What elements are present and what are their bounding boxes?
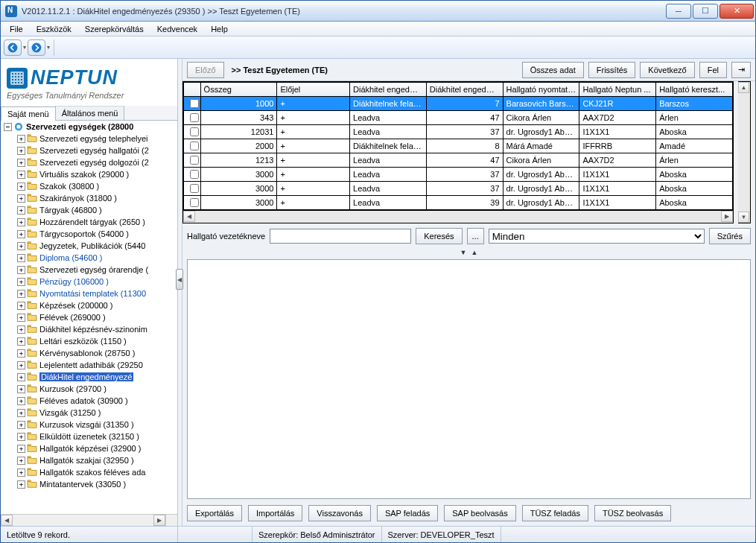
tree-item[interactable]: +Képzések (200000 ) <box>1 299 177 311</box>
expand-icon[interactable]: + <box>17 182 25 191</box>
filter-select[interactable]: Minden <box>489 229 705 244</box>
expand-icon[interactable]: + <box>17 230 25 238</box>
tree-item[interactable]: +Mintatantervek (33050 ) <box>1 478 177 490</box>
grid-header-cell[interactable]: Diákhitel engedm... <box>350 83 427 97</box>
close-button[interactable]: ✕ <box>720 4 754 19</box>
grid-vscrollbar[interactable]: ▲ ▼ <box>738 81 751 223</box>
tree-item[interactable]: +Szervezeti egység hallgatói (2 <box>1 145 177 156</box>
tree-item[interactable]: +Pénzügy (106000 ) <box>1 276 177 288</box>
import-button[interactable]: Importálás <box>248 505 302 521</box>
table-row[interactable]: 2000+Diákhitelnek feladva8Márá AmadéIFFR… <box>184 139 733 153</box>
tree-item[interactable]: +Virtuális szakok (29000 ) <box>1 168 177 180</box>
search-button[interactable]: Keresés <box>416 228 462 244</box>
tree-item[interactable]: +Kurzusok (29700 ) <box>1 383 177 395</box>
tab-own-menu[interactable]: Saját menü <box>1 107 56 121</box>
nav-back-button[interactable] <box>4 39 22 56</box>
grid-scroll-down[interactable]: ▼ <box>738 212 749 223</box>
expand-icon[interactable]: + <box>17 302 25 310</box>
tree-item[interactable]: +Diploma (54600 ) <box>1 252 177 264</box>
row-checkbox[interactable] <box>190 127 199 136</box>
collapse-icon[interactable]: − <box>4 123 12 131</box>
table-row[interactable]: 3000+Leadva37dr. Ugrosdy1 AboskaI1X1X1Ab… <box>184 168 733 182</box>
table-row[interactable]: 1000+Diákhitelnek feladva7Barasovich Bar… <box>184 97 733 111</box>
filter-button[interactable]: Szűrés <box>709 228 751 244</box>
expand-icon[interactable]: + <box>17 421 25 429</box>
tree-root[interactable]: −Szervezeti egységek (28000 <box>1 121 177 133</box>
expand-icon[interactable]: + <box>17 159 25 167</box>
expand-icon[interactable]: + <box>17 135 25 143</box>
tree-view[interactable]: −Szervezeti egységek (28000+Szervezeti e… <box>1 121 177 526</box>
menu-roleswitch[interactable]: Szerepkörváltás <box>79 23 150 35</box>
tree-item[interactable]: +Lejelentett adathibák (29250 <box>1 359 177 371</box>
tree-item[interactable]: +Szervezeti egység órarendje ( <box>1 264 177 276</box>
tree-item[interactable]: +Diákhitel képzésnév-szinonim <box>1 323 177 335</box>
expand-icon[interactable]: + <box>17 314 25 322</box>
prev-button[interactable]: Előző <box>187 62 224 78</box>
grid-scroll-up[interactable]: ▲ <box>738 82 749 93</box>
grid-header-cell[interactable]: Összeg <box>200 83 277 97</box>
expand-icon[interactable]: + <box>17 242 25 250</box>
row-checkbox[interactable] <box>190 198 199 207</box>
expand-icon[interactable]: + <box>17 278 25 286</box>
grid-header-cell[interactable]: Hallgató kereszt... <box>656 83 733 97</box>
expand-icon[interactable]: + <box>17 385 25 393</box>
grid-header-cell[interactable] <box>184 83 201 97</box>
menu-help[interactable]: Help <box>205 23 234 35</box>
expand-icon[interactable]: + <box>17 397 25 405</box>
expand-icon[interactable]: + <box>17 147 25 155</box>
tree-item[interactable]: +Szakirányok (31800 ) <box>1 192 177 204</box>
tree-item[interactable]: +Tárgycsoportok (54000 ) <box>1 228 177 240</box>
tree-item[interactable]: +Leltári eszközök (1150 ) <box>1 335 177 347</box>
row-checkbox[interactable] <box>190 113 199 122</box>
expand-handles[interactable]: ▼ ▲ <box>182 249 755 259</box>
all-data-button[interactable]: Összes adat <box>522 62 584 78</box>
pin-button[interactable]: ⇥ <box>731 62 751 78</box>
row-checkbox[interactable] <box>190 184 199 193</box>
tusz-read-button[interactable]: TÜSZ beolvasás <box>594 505 671 521</box>
expand-icon[interactable]: + <box>17 194 25 203</box>
up-button[interactable]: Fel <box>699 62 727 78</box>
expand-icon[interactable]: + <box>17 469 25 477</box>
tree-item[interactable]: +Hozzárendelt tárgyak (2650 ) <box>1 216 177 228</box>
row-checkbox[interactable] <box>190 142 199 150</box>
expand-icon[interactable]: + <box>17 361 25 369</box>
grid-header-cell[interactable]: Hallgató Neptun ... <box>579 83 656 97</box>
expand-icon[interactable]: + <box>17 457 25 465</box>
grid-hscrollbar[interactable]: ◀ ▶ <box>183 210 733 223</box>
expand-icon[interactable]: + <box>17 445 25 453</box>
nav-forward-button[interactable] <box>28 39 45 56</box>
tab-general-menu[interactable]: Általános menü <box>55 106 125 120</box>
expand-icon[interactable]: + <box>17 409 25 417</box>
expand-icon[interactable]: + <box>17 266 25 274</box>
expand-icon[interactable]: + <box>17 206 25 215</box>
minimize-button[interactable]: ─ <box>666 4 691 19</box>
undo-button[interactable]: Visszavonás <box>308 505 371 521</box>
row-checkbox[interactable] <box>190 170 199 179</box>
next-button[interactable]: Következő <box>640 62 694 78</box>
tree-hscrollbar[interactable]: ◀ ▶ <box>1 514 165 526</box>
tree-item[interactable]: +Hallgatók szakos féléves ada <box>1 466 177 478</box>
grid-header-cell[interactable]: Hallgató nyomtatá... <box>503 83 579 97</box>
table-row[interactable]: 343+Leadva47Cikora ÁrlenAAX7D2Árlen <box>184 111 733 125</box>
tree-item[interactable]: +DiákHitel engedményezé <box>1 371 177 383</box>
scroll-right-button[interactable]: ▶ <box>153 515 165 526</box>
tree-item[interactable]: +Tárgyak (46800 ) <box>1 204 177 216</box>
sap-read-button[interactable]: SAP beolvasás <box>444 505 515 521</box>
expand-icon[interactable]: + <box>17 433 25 441</box>
scroll-left-button[interactable]: ◀ <box>1 515 13 526</box>
table-row[interactable]: 12031+Leadva37dr. Ugrosdy1 AboskaI1X1X1A… <box>184 125 733 139</box>
table-row[interactable]: 3000+Leadva37dr. Ugrosdy1 AboskaI1X1X1Ab… <box>184 182 733 196</box>
tree-item[interactable]: +Féléves adatok (30900 ) <box>1 395 177 407</box>
tree-item[interactable]: +Elküldött üzenetek (32150 ) <box>1 431 177 442</box>
tree-item[interactable]: +Nyomtatási templatek (11300 <box>1 288 177 299</box>
expand-icon[interactable]: + <box>17 290 25 298</box>
tree-item[interactable]: +Vizsgák (31250 ) <box>1 407 177 419</box>
tree-item[interactable]: +Jegyzetek, Publikációk (5440 <box>1 240 177 252</box>
search-more-button[interactable]: ... <box>467 228 484 244</box>
export-button[interactable]: Exportálás <box>187 505 242 521</box>
grid-header-cell[interactable]: Előjel <box>277 83 350 97</box>
grid-scroll-left[interactable]: ◀ <box>183 211 195 222</box>
data-grid[interactable]: ÖsszegElőjelDiákhitel engedm...Diákhitel… <box>182 81 734 223</box>
table-row[interactable]: 3000+Leadva39dr. Ugrosdy1 AboskaI1X1X1Ab… <box>184 196 733 210</box>
menu-favorites[interactable]: Kedvencek <box>151 23 203 35</box>
